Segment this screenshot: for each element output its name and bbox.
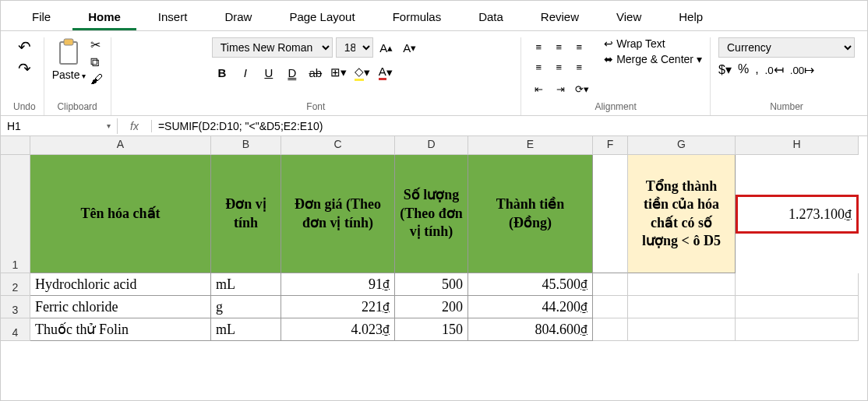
font-color-icon[interactable]: A▾ xyxy=(376,62,396,83)
underline-button[interactable]: U xyxy=(259,62,279,83)
double-underline-button[interactable]: D xyxy=(282,62,302,83)
row-header-1[interactable]: 1 xyxy=(1,155,30,273)
align-top-icon[interactable]: ≡ xyxy=(529,37,548,56)
decrease-indent-icon[interactable]: ⇤ xyxy=(529,79,548,98)
cell-B3[interactable]: g xyxy=(211,296,281,318)
col-header-E[interactable]: E xyxy=(468,136,593,155)
cell-H4[interactable] xyxy=(736,318,859,341)
tab-page-layout[interactable]: Page Layout xyxy=(273,5,370,30)
cell-G4[interactable] xyxy=(628,318,736,341)
comma-format-icon[interactable]: , xyxy=(755,62,758,77)
borders-icon[interactable]: ⊞▾ xyxy=(329,62,349,83)
decrease-font-icon[interactable]: A▾ xyxy=(400,37,420,58)
paste-label: Paste xyxy=(52,69,86,81)
cell-E3[interactable]: 44.200 xyxy=(468,296,593,318)
group-number: Currency $▾ % , .0↤ .00↦ Number xyxy=(711,37,863,115)
cell-G1[interactable]: Tổng thành tiền của hóa chất có số lượng… xyxy=(628,155,736,273)
tab-home[interactable]: Home xyxy=(72,5,136,30)
col-header-D[interactable]: D xyxy=(395,136,468,155)
cell-C4[interactable]: 4.023 xyxy=(281,318,395,341)
name-box[interactable]: H1 xyxy=(1,118,118,134)
col-header-B[interactable]: B xyxy=(211,136,281,155)
italic-button[interactable]: I xyxy=(235,62,256,83)
cell-A4[interactable]: Thuốc thử Folin xyxy=(30,318,211,341)
orientation-icon[interactable]: ⟳▾ xyxy=(573,79,591,98)
tab-view[interactable]: View xyxy=(601,5,657,30)
cell-A1[interactable]: Tên hóa chất xyxy=(30,155,211,273)
cell-C3[interactable]: 221 xyxy=(281,296,395,318)
undo-icon[interactable]: ↶ xyxy=(18,37,31,56)
cell-G2[interactable] xyxy=(628,273,736,296)
row-header-2[interactable]: 2 xyxy=(1,273,30,296)
fx-icon[interactable]: fx xyxy=(118,120,152,132)
cell-C2[interactable]: 91 xyxy=(281,273,395,296)
align-middle-icon[interactable]: ≡ xyxy=(549,37,568,56)
align-bottom-icon[interactable]: ≡ xyxy=(570,37,588,56)
select-all-corner[interactable] xyxy=(1,136,30,155)
cut-icon[interactable]: ✂ xyxy=(90,37,103,52)
cell-D3[interactable]: 200 xyxy=(395,296,468,318)
bold-button[interactable]: B xyxy=(212,62,232,83)
font-name-select[interactable]: Times New Roman xyxy=(212,37,333,58)
cell-F2[interactable] xyxy=(593,273,628,296)
tab-formulas[interactable]: Formulas xyxy=(377,5,457,30)
percent-format-icon[interactable]: % xyxy=(738,62,749,77)
tab-insert[interactable]: Insert xyxy=(143,5,203,30)
cell-F1[interactable] xyxy=(593,155,628,273)
cell-B4[interactable]: mL xyxy=(211,318,281,341)
cell-D2[interactable]: 500 xyxy=(395,273,468,296)
row-header-3[interactable]: 3 xyxy=(1,296,30,318)
col-header-C[interactable]: C xyxy=(281,136,395,155)
cell-B1[interactable]: Đơn vị tính xyxy=(211,155,281,273)
wrap-text-button[interactable]: ↩Wrap Text xyxy=(604,37,702,50)
cell-H2[interactable] xyxy=(736,273,859,296)
increase-indent-icon[interactable]: ⇥ xyxy=(551,79,570,98)
decrease-decimal-icon[interactable]: .00↦ xyxy=(790,62,815,77)
cell-A2[interactable]: Hydrochloric acid xyxy=(30,273,211,296)
merge-center-button[interactable]: ⬌Merge & Center ▾ xyxy=(604,53,702,65)
cell-E4[interactable]: 804.600 xyxy=(468,318,593,341)
align-right-icon[interactable]: ≡ xyxy=(570,58,588,76)
cell-F3[interactable] xyxy=(593,296,628,318)
cell-B2[interactable]: mL xyxy=(211,273,281,296)
row-header-4[interactable]: 4 xyxy=(1,318,30,341)
increase-decimal-icon[interactable]: .0↤ xyxy=(765,62,784,77)
cell-G3[interactable] xyxy=(628,296,736,318)
tab-help[interactable]: Help xyxy=(663,5,718,30)
redo-icon[interactable]: ↷ xyxy=(18,59,31,78)
group-label-alignment: Alignment xyxy=(529,98,702,115)
align-left-icon[interactable]: ≡ xyxy=(529,58,548,76)
increase-font-icon[interactable]: A▴ xyxy=(376,37,397,58)
align-center-icon[interactable]: ≡ xyxy=(549,58,568,76)
cell-D4[interactable]: 150 xyxy=(395,318,468,341)
col-header-F[interactable]: F xyxy=(593,136,628,155)
cell-F4[interactable] xyxy=(593,318,628,341)
cell-A3[interactable]: Ferric chloride xyxy=(30,296,211,318)
fill-color-icon[interactable]: ◇▾ xyxy=(352,62,372,83)
cell-E1[interactable]: Thành tiền (Đồng) xyxy=(468,155,593,273)
cell-H3[interactable] xyxy=(736,296,859,318)
cell-H1[interactable]: 1.273.100 xyxy=(736,195,859,234)
tab-data[interactable]: Data xyxy=(463,5,519,30)
col-header-H[interactable]: H xyxy=(736,136,859,155)
format-painter-icon[interactable]: 🖌 xyxy=(90,72,103,86)
formula-bar: H1 fx xyxy=(1,116,867,136)
formula-input[interactable] xyxy=(152,118,867,134)
cell-C1[interactable]: Đơn giá (Theo đơn vị tính) xyxy=(281,155,395,273)
number-format-select[interactable]: Currency xyxy=(718,37,855,58)
group-font: Times New Roman 18 A▴ A▾ B I U D ab ⊞▾ ◇… xyxy=(111,37,522,115)
col-header-A[interactable]: A xyxy=(30,136,211,155)
accounting-format-icon[interactable]: $▾ xyxy=(718,62,732,77)
grid: A B C D E F G H 1 2 3 4 Tên hóa chất Đơn… xyxy=(1,136,867,341)
copy-icon[interactable]: ⧉ xyxy=(90,55,103,69)
cell-D1[interactable]: Số lượng (Theo đơn vị tính) xyxy=(395,155,468,273)
strike-button[interactable]: ab xyxy=(305,62,326,83)
group-label-clipboard: Clipboard xyxy=(52,98,103,115)
tab-review[interactable]: Review xyxy=(525,5,595,30)
tab-file[interactable]: File xyxy=(16,5,66,30)
tab-draw[interactable]: Draw xyxy=(209,5,267,30)
col-header-G[interactable]: G xyxy=(628,136,736,155)
paste-button[interactable]: Paste xyxy=(52,37,86,81)
font-size-select[interactable]: 18 xyxy=(336,37,373,58)
cell-E2[interactable]: 45.500 xyxy=(468,273,593,296)
